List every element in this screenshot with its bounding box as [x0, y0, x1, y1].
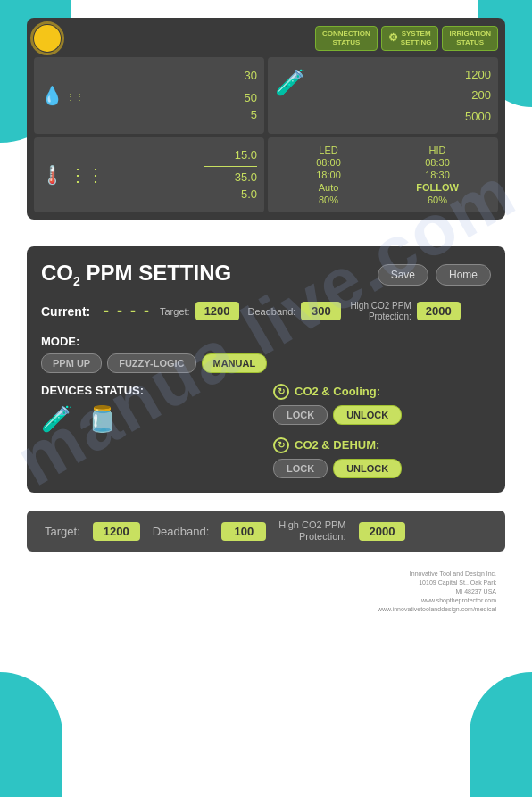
- high-co2-value[interactable]: 2000: [417, 302, 461, 320]
- footer-line3: MI 48237 USA: [455, 588, 496, 594]
- co2-dehum-icon: ↻: [273, 437, 289, 453]
- hid-pct: 60%: [384, 195, 491, 205]
- deadband-field-group: Deadband: 300: [248, 302, 342, 320]
- co2-cooling-icon: ↻: [273, 384, 289, 400]
- co2-tank-device-icon: 🧪: [41, 404, 72, 434]
- temp-val-1: 15.0: [235, 146, 257, 164]
- temp-val-2: 35.0: [235, 169, 257, 187]
- footer-line1: Innovative Tool and Design Inc.: [410, 570, 496, 577]
- led-label: LED: [275, 145, 382, 155]
- thermometer-icon: 🌡️ ⋮⋮: [41, 164, 104, 186]
- header-buttons: CONNECTIONSTATUS ⚙ SYSTEMSETTING IRRIGAT…: [315, 26, 498, 52]
- co2-cooling-title: ↻ CO2 & Cooling:: [273, 384, 491, 400]
- fuzzy-logic-button[interactable]: FUZZY-LOGIC: [107, 353, 195, 373]
- co2-cooling-lock-buttons: LOCK UNLOCK: [273, 405, 491, 425]
- co2-val-3: 5000: [465, 106, 491, 127]
- mode-label: MODE:: [41, 335, 491, 348]
- co2-bottle-icon: 🧪: [275, 68, 306, 97]
- humidity-values: 30 50 5: [204, 67, 257, 124]
- led-pct: 80%: [275, 195, 382, 205]
- ppm-up-button[interactable]: PPM UP: [41, 353, 102, 373]
- bar-target-value[interactable]: 1200: [93, 522, 140, 541]
- co2-panel-body: DEVICES STATUS: 🧪 🫙 ↻ CO2 & Cooling: LOC…: [41, 384, 491, 478]
- co2-bottle-values: 1200 200 5000: [465, 64, 491, 127]
- bottom-status-bar: Target: 1200 Deadband: 100 High CO2 PPMP…: [27, 511, 505, 552]
- co2-panel-header: CO2 PPM SETTING Save Home: [41, 261, 491, 288]
- humidity-value-3: 5: [251, 106, 257, 124]
- led-on-time: 08:00: [275, 157, 382, 168]
- home-button[interactable]: Home: [436, 264, 491, 286]
- high-co2-label: High CO2 PPMProtection:: [350, 301, 411, 322]
- co2-cooling-lock-button[interactable]: LOCK: [273, 405, 328, 425]
- co2-cooling-unlock-button[interactable]: UNLOCK: [333, 405, 402, 425]
- temp-val-3: 5.0: [241, 186, 257, 203]
- deadband-label: Deadband:: [248, 306, 296, 317]
- gear-icon: ⚙: [388, 31, 398, 46]
- co2-dehum-group: ↻ CO2 & DEHUM: LOCK UNLOCK: [273, 437, 491, 478]
- save-button[interactable]: Save: [378, 264, 428, 286]
- mode-section: MODE: PPM UP FUZZY-LOGIC MANUAL: [41, 335, 491, 373]
- dashboard-header: CONNECTIONSTATUS ⚙ SYSTEMSETTING IRRIGAT…: [34, 25, 498, 52]
- target-label: Target:: [160, 306, 190, 317]
- co2-ppm-setting-panel: CO2 PPM SETTING Save Home Current: - - -…: [27, 246, 505, 493]
- teal-decoration-bottom-right: [470, 672, 532, 797]
- co2-bottle-device-icon: 🫙: [87, 404, 118, 434]
- co2-val-2: 200: [471, 85, 491, 105]
- footer-line2: 10109 Capital St., Oak Park: [419, 579, 496, 585]
- led-off-time: 18:00: [275, 170, 382, 180]
- cooling-dehum-section: ↻ CO2 & Cooling: LOCK UNLOCK ↻ CO2 & DEH…: [273, 384, 491, 478]
- co2-bottle-cell: 🧪 1200 200 5000: [268, 57, 498, 134]
- co2-val-1: 1200: [465, 64, 491, 85]
- mode-buttons: PPM UP FUZZY-LOGIC MANUAL: [41, 353, 491, 373]
- co2-cooling-group: ↻ CO2 & Cooling: LOCK UNLOCK: [273, 384, 491, 425]
- humidity-icon: 💧 ⋮⋮: [41, 85, 84, 106]
- bar-high-co2-label: High CO2 PPMProtection:: [278, 519, 345, 543]
- teal-decoration-bottom-left: [0, 672, 62, 797]
- humidity-cell: 💧 ⋮⋮ 30 50 5: [34, 57, 264, 134]
- dashboard-panel: CONNECTIONSTATUS ⚙ SYSTEMSETTING IRRIGAT…: [27, 18, 505, 220]
- target-value[interactable]: 1200: [195, 302, 239, 320]
- devices-section: DEVICES STATUS: 🧪 🫙: [41, 384, 259, 478]
- devices-label: DEVICES STATUS:: [41, 384, 259, 397]
- hid-label: HID: [384, 145, 491, 155]
- co2-dehum-unlock-button[interactable]: UNLOCK: [333, 459, 402, 478]
- target-field-group: Target: 1200: [160, 302, 239, 320]
- system-setting-button[interactable]: ⚙ SYSTEMSETTING: [381, 26, 439, 52]
- co2-panel-title: CO2 PPM SETTING: [41, 261, 231, 288]
- hid-mode: FOLLOW: [384, 182, 491, 193]
- device-icons: 🧪 🫙: [41, 404, 259, 434]
- lighting-grid: LED HID 08:00 08:30 18:00 18:30 Auto FOL…: [275, 145, 491, 205]
- current-dashes: - - - -: [104, 302, 151, 320]
- bar-target-label: Target:: [45, 525, 80, 538]
- lighting-cell: LED HID 08:00 08:30 18:00 18:30 Auto FOL…: [268, 137, 498, 212]
- footer-line5: www.innovativetoolanddesign.com/medical: [378, 606, 496, 612]
- irrigation-status-button[interactable]: IRRIGATIONSTATUS: [442, 26, 498, 52]
- footer: Innovative Tool and Design Inc. 10109 Ca…: [27, 569, 505, 613]
- hid-on-time: 08:30: [384, 157, 491, 168]
- co2-dehum-title: ↻ CO2 & DEHUM:: [273, 437, 491, 453]
- bar-high-co2-value[interactable]: 2000: [359, 522, 406, 541]
- bar-deadband-value[interactable]: 100: [221, 522, 266, 541]
- led-mode: Auto: [275, 182, 382, 193]
- connection-status-button[interactable]: CONNECTIONSTATUS: [315, 26, 378, 52]
- bar-deadband-label: Deadband:: [153, 525, 210, 538]
- co2-subscript: 2: [73, 274, 80, 288]
- hid-off-time: 18:30: [384, 170, 491, 180]
- temperature-cell: 🌡️ ⋮⋮ 15.0 35.0 5.0: [34, 137, 264, 212]
- co2-header-buttons: Save Home: [378, 264, 491, 286]
- deadband-value[interactable]: 300: [301, 302, 341, 320]
- current-label: Current:: [41, 304, 95, 319]
- high-co2-field-group: High CO2 PPMProtection: 2000: [350, 301, 460, 322]
- co2-dehum-lock-button[interactable]: LOCK: [273, 459, 328, 478]
- humidity-value-1: 30: [245, 67, 257, 85]
- manual-button[interactable]: MANUAL: [202, 353, 268, 373]
- temperature-values: 15.0 35.0 5.0: [204, 146, 257, 203]
- sun-icon: [34, 25, 61, 52]
- co2-dehum-lock-buttons: LOCK UNLOCK: [273, 459, 491, 478]
- footer-line4: www.shoptheprotector.com: [421, 597, 496, 603]
- dashboard-grid: 💧 ⋮⋮ 30 50 5 🧪 1200 200 5000 🌡: [34, 57, 498, 212]
- humidity-value-2: 50: [245, 89, 257, 107]
- current-row: Current: - - - - Target: 1200 Deadband: …: [41, 301, 491, 322]
